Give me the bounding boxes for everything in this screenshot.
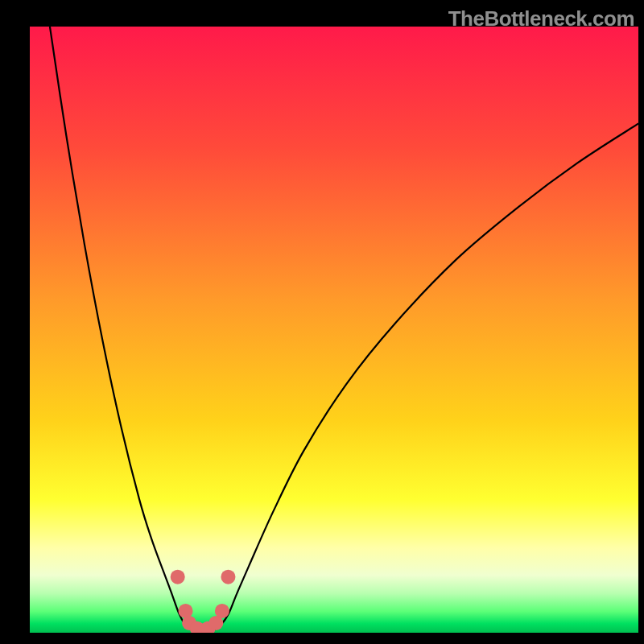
chart-plot-area [30,27,638,633]
curve-marker [221,570,235,584]
watermark-text: TheBottleneck.com [448,6,634,31]
chart-frame: TheBottleneck.com [0,0,644,644]
curve-marker [171,570,185,584]
curve-marker [215,604,229,618]
chart-svg [30,27,638,633]
heat-gradient-bg [30,27,638,633]
